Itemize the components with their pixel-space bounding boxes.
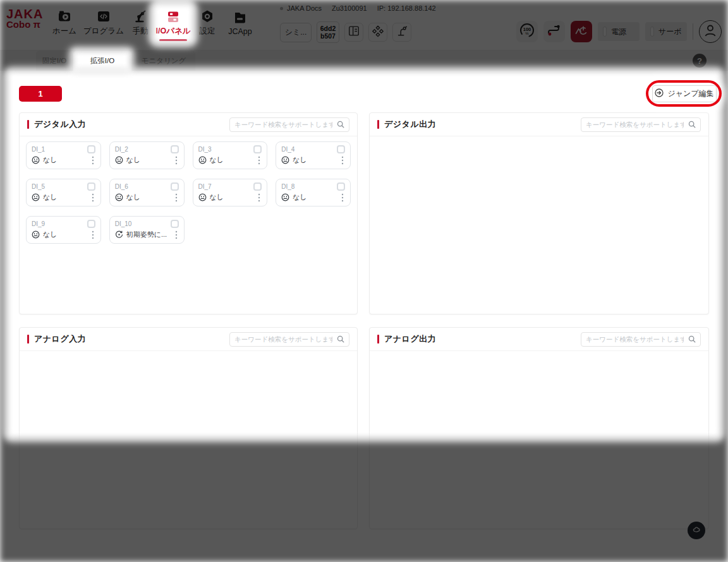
user-icon	[702, 22, 719, 41]
search-input[interactable]	[230, 335, 337, 343]
user-avatar-button[interactable]	[699, 20, 722, 43]
kebab-menu-icon[interactable]	[90, 230, 95, 239]
digital-output-search[interactable]	[581, 117, 701, 132]
nav-item-home[interactable]: ホーム	[48, 3, 81, 43]
search-input[interactable]	[230, 121, 337, 128]
di-name: DI_5	[32, 183, 45, 190]
nav-label-settings: 設定	[200, 26, 215, 37]
version-chip[interactable]: 6dd2 b507	[317, 21, 339, 43]
search-input[interactable]	[581, 335, 688, 343]
analog-output-search[interactable]	[581, 332, 701, 347]
search-icon[interactable]	[337, 121, 344, 128]
kebab-menu-icon[interactable]	[340, 156, 345, 165]
neutral-face-icon	[281, 193, 289, 201]
di-card[interactable]: DI_8 なし	[276, 179, 351, 206]
trajectory-button[interactable]	[543, 21, 565, 42]
analog-input-panel: アナログ入力	[19, 327, 358, 529]
version-line1: 6dd2	[320, 25, 336, 32]
kebab-menu-icon[interactable]	[257, 193, 262, 202]
kebab-menu-icon[interactable]	[90, 193, 95, 202]
power-button[interactable]: 電源	[598, 22, 640, 41]
nav-item-io-panel[interactable]: I/Oパネル	[154, 3, 192, 43]
servo-label: サーボ	[658, 27, 682, 37]
di-checkbox[interactable]	[337, 182, 345, 191]
tab-fixed-io[interactable]: 固定I/O	[36, 51, 73, 71]
digital-output-panel: デジタル出力	[369, 112, 709, 314]
servo-button[interactable]: サーボ	[645, 22, 687, 41]
home-icon	[57, 9, 72, 24]
feedback-floating-button[interactable]	[688, 522, 705, 539]
main-nav: ホーム プログラム 手動 I/Oパネル 設定	[48, 3, 258, 43]
di-checkbox[interactable]	[87, 220, 95, 228]
di-card[interactable]: DI_3 なし	[193, 141, 268, 169]
di-checkbox[interactable]	[253, 182, 262, 191]
kebab-menu-icon[interactable]	[90, 156, 95, 165]
tab-row: 固定I/O 拡張I/O モニタリング ?	[0, 51, 728, 71]
tab-monitoring[interactable]: モニタリング	[132, 51, 195, 71]
jaka-logo: JAKA Cobo π	[6, 8, 43, 29]
kebab-menu-icon[interactable]	[174, 193, 179, 202]
di-card[interactable]: DI_5 なし	[26, 179, 101, 206]
kebab-menu-icon[interactable]	[174, 230, 179, 239]
power-status-lamp	[603, 27, 607, 37]
nav-item-manual[interactable]: 手動	[126, 3, 154, 43]
neutral-face-icon	[32, 156, 40, 164]
di-card[interactable]: DI_2 なし	[109, 141, 185, 169]
page-number-badge[interactable]: 1	[19, 86, 62, 102]
simulation-button[interactable]: シミ...	[280, 23, 312, 42]
di-name: DI_4	[281, 146, 294, 153]
neutral-face-icon	[281, 156, 289, 164]
di-card[interactable]: DI_1 なし	[26, 141, 101, 169]
digital-input-search[interactable]	[229, 117, 349, 132]
nav-item-settings[interactable]: 設定	[192, 3, 222, 43]
di-checkbox[interactable]	[253, 145, 262, 153]
io-tabs: 固定I/O 拡張I/O モニタリング	[36, 51, 195, 71]
search-icon[interactable]	[688, 335, 696, 343]
neutral-face-icon	[115, 193, 123, 201]
di-checkbox[interactable]	[171, 220, 179, 228]
robot-tool-button[interactable]	[392, 23, 411, 42]
di-function-label: なし	[126, 155, 171, 165]
di-checkbox[interactable]	[171, 145, 179, 153]
folder-app-icon	[233, 10, 248, 25]
di-card[interactable]: DI_10 初期姿勢に...	[109, 216, 185, 244]
active-nav-underline	[159, 39, 187, 41]
robot-arm-icon	[133, 9, 148, 24]
nav-item-program[interactable]: プログラム	[81, 3, 126, 43]
search-icon[interactable]	[337, 335, 344, 343]
di-checkbox[interactable]	[171, 182, 179, 191]
digital-input-grid: DI_1 なし	[20, 136, 357, 250]
di-name: DI_10	[115, 220, 132, 227]
di-function-label: なし	[126, 193, 171, 202]
di-name: DI_1	[32, 146, 45, 153]
digital-input-panel: デジタル入力 DI_1	[19, 112, 358, 314]
robot-power-button[interactable]	[571, 21, 592, 42]
kebab-menu-icon[interactable]	[257, 156, 262, 165]
status-docs: JAKA Docs	[287, 4, 322, 12]
di-name: DI_3	[198, 146, 212, 153]
di-checkbox[interactable]	[87, 145, 95, 153]
robot-arm-outline-icon	[396, 25, 408, 40]
jump-edit-button[interactable]: ジャンプ編集	[652, 85, 717, 102]
di-card[interactable]: DI_9 なし	[26, 216, 101, 244]
log-panel-button[interactable]	[344, 23, 363, 42]
di-name: DI_6	[115, 183, 128, 190]
help-icon[interactable]: ?	[693, 54, 707, 68]
di-card[interactable]: DI_6 なし	[109, 179, 185, 206]
di-checkbox[interactable]	[87, 182, 95, 191]
search-icon[interactable]	[688, 121, 696, 128]
tab-extended-io[interactable]: 拡張I/O	[73, 51, 131, 71]
version-line2: b507	[320, 32, 336, 40]
kebab-menu-icon[interactable]	[174, 156, 179, 165]
neutral-face-icon	[115, 156, 123, 164]
status-line: JAKA Docs Zu3100091 IP: 192.168.88.142	[280, 4, 436, 12]
di-card[interactable]: DI_4 なし	[276, 141, 351, 169]
search-input[interactable]	[581, 121, 688, 128]
di-card[interactable]: DI_7 なし	[193, 179, 268, 206]
di-checkbox[interactable]	[337, 145, 345, 153]
speed-ratio-button[interactable]: 100%	[516, 21, 538, 42]
modules-button[interactable]	[368, 23, 387, 42]
kebab-menu-icon[interactable]	[340, 193, 345, 202]
nav-item-jcapp[interactable]: JCApp	[222, 3, 258, 43]
analog-input-search[interactable]	[229, 332, 349, 347]
